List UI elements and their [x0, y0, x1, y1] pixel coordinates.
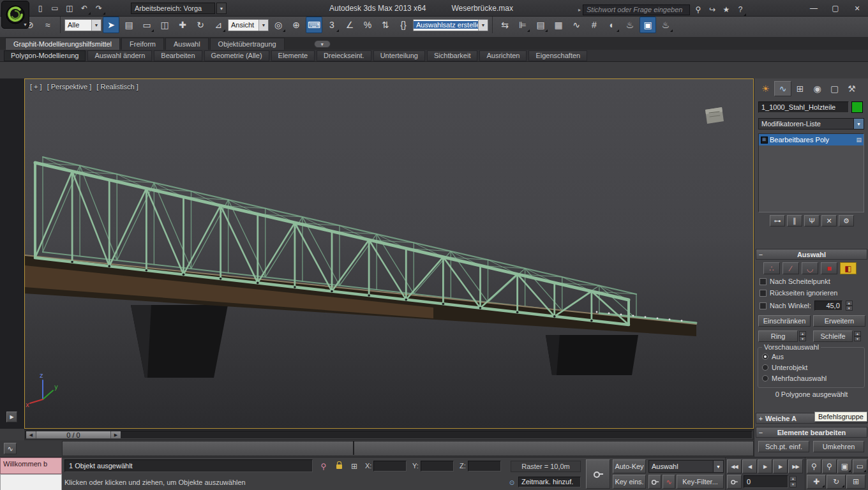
configure-modifier-sets-icon[interactable]: ⚙	[839, 215, 854, 226]
snap-toggle-icon[interactable]: 3	[324, 17, 340, 33]
tab-graphit-modellierung[interactable]: Graphit-Modellierungshilfsmittel	[5, 38, 120, 50]
rendered-frame-icon[interactable]: ▣	[640, 17, 656, 33]
dropdown-arrow-icon[interactable]: ▼	[258, 20, 268, 31]
maximize-button[interactable]: ▢	[825, 1, 846, 16]
undo-icon[interactable]: ↶	[77, 1, 91, 15]
tab-freiform[interactable]: Freiform	[121, 38, 164, 50]
shrink-button[interactable]: Einschränken	[758, 315, 811, 327]
curve-editor-icon[interactable]: ∿	[568, 17, 585, 33]
by-angle-spinner[interactable]: ▲▼	[846, 301, 853, 311]
help-icon[interactable]: ?	[734, 3, 747, 17]
loop-spinner[interactable]: ▲▼	[854, 331, 861, 341]
set-key-button[interactable]: Key eins.	[613, 475, 646, 489]
workspace-caret-icon[interactable]: ▼	[216, 3, 227, 14]
by-angle-checkbox[interactable]: Nach Winkel: 45,0 ▲▼	[760, 301, 853, 311]
new-scene-icon[interactable]: ▯	[33, 1, 47, 15]
zoom-extents-icon[interactable]: ▣	[837, 459, 852, 473]
spinner-snap-icon[interactable]: ⇅	[377, 17, 394, 33]
dropdown-arrow-icon[interactable]: ▼	[478, 20, 488, 31]
infocenter-arrow-icon[interactable]: ↪	[706, 3, 719, 17]
preview-selection-option[interactable]: Aus	[762, 352, 864, 361]
panel-eigenschaften[interactable]: Eigenschaften	[528, 50, 587, 61]
panel-bearbeiten[interactable]: Bearbeiten	[154, 50, 202, 61]
ring-spinner[interactable]: ▲▼	[799, 331, 806, 341]
panel-dreieckseint[interactable]: Dreieckseint.	[317, 50, 371, 61]
select-and-move-icon[interactable]: ✚	[174, 17, 191, 33]
ignore-backfacing-checkbox[interactable]: Rückseiten ignorieren	[760, 289, 837, 297]
key-filters-button[interactable]: Key-Filter...	[677, 475, 724, 489]
modifier-list-dropdown[interactable]: Modifikatoren-Liste▼	[758, 118, 864, 130]
show-end-result-icon[interactable]: ∥	[787, 215, 802, 226]
new-key-icon[interactable]	[648, 475, 661, 489]
panel-polygon-modellierung[interactable]: Polygon-Modellierung	[4, 50, 86, 61]
ring-button[interactable]: Ring	[758, 330, 798, 342]
selection-lock-icon[interactable]	[333, 460, 345, 473]
viewport-canvas[interactable]: [ + ][ Perspektive ][ Realistisch ] zyx	[25, 79, 753, 428]
select-object-icon[interactable]: ➤	[103, 17, 119, 33]
subobject-element-icon[interactable]: ◧	[840, 262, 857, 274]
tab-modify[interactable]: ∿	[774, 81, 791, 96]
time-slider[interactable]: ◀ 0 / 0 ▶	[24, 429, 754, 440]
schematic-view-icon[interactable]: #	[586, 17, 602, 33]
panel-elemente[interactable]: Elemente	[271, 50, 315, 61]
panel-geometrie-alle[interactable]: Geometrie (Alle)	[204, 50, 269, 61]
object-name-field[interactable]: 1_1000_Stahl_Holzteile	[758, 101, 849, 113]
previous-frame-arrow-icon[interactable]: ◀	[26, 431, 36, 438]
remove-modifier-icon[interactable]: ✕	[821, 215, 837, 226]
material-editor-icon[interactable]: ◐	[604, 17, 620, 33]
pan-icon[interactable]: ✚	[807, 475, 826, 489]
object-color-swatch[interactable]	[851, 101, 863, 113]
insert-vertex-button[interactable]: Sch.pt. einf.	[758, 441, 809, 452]
named-selection-dropdown[interactable]: Auswahlsatz erstelle▼	[413, 19, 488, 31]
tab-display[interactable]: ▢	[826, 81, 843, 96]
graphite-ribbon-toggle-icon[interactable]: ▦	[550, 17, 567, 33]
dropdown-arrow-icon[interactable]: ▼	[713, 461, 723, 472]
modifier-stack-item[interactable]: ⊞ Bearbeitbares Poly ▤	[759, 134, 864, 145]
previous-frame-icon[interactable]: ◀	[742, 459, 757, 473]
key-selection-dropdown[interactable]: Auswahl▼	[648, 460, 724, 473]
align-icon[interactable]: ⊫	[514, 17, 531, 33]
time-slider-track[interactable]: ◀ 0 / 0 ▶	[26, 431, 752, 439]
application-menu-button[interactable]: ▼	[1, 1, 29, 29]
mini-curve-editor-icon[interactable]: ∿	[4, 443, 17, 454]
subobject-vertex-icon[interactable]: ∴	[763, 262, 780, 274]
panel-unterteilung[interactable]: Unterteilung	[373, 50, 425, 61]
isolate-selection-icon[interactable]: ⚲	[317, 460, 330, 473]
key-mode-toggle-icon[interactable]	[727, 475, 742, 489]
make-unique-icon[interactable]: Ψ	[804, 215, 819, 226]
ribbon-minimize-pill[interactable]: ▼	[314, 40, 331, 48]
z-coordinate-field[interactable]	[468, 461, 501, 471]
communication-center-icon[interactable]: ⚲	[692, 3, 705, 17]
x-coordinate-field[interactable]	[373, 461, 407, 471]
layer-manager-icon[interactable]: ▤	[532, 17, 549, 33]
close-button[interactable]: ×	[846, 1, 868, 16]
select-and-manipulate-icon[interactable]: ⊕	[288, 17, 304, 33]
by-vertex-checkbox[interactable]: Nach Scheitelpunkt	[760, 278, 830, 285]
dropdown-arrow-icon[interactable]: ▼	[91, 20, 101, 31]
auto-key-button[interactable]: Auto-Key	[613, 459, 646, 473]
redo-icon[interactable]: ↷	[92, 1, 106, 15]
window-crossing-icon[interactable]: ◫	[156, 17, 173, 33]
zoom-region-icon[interactable]: ▭	[853, 459, 867, 473]
render-production-icon[interactable]: ♨	[657, 17, 674, 33]
tab-create[interactable]: ☀	[757, 81, 774, 96]
orbit-icon[interactable]: ↻	[827, 475, 846, 489]
play-icon[interactable]: ▶	[758, 459, 772, 473]
dropdown-arrow-icon[interactable]: ▼	[853, 119, 864, 129]
go-to-end-icon[interactable]: ▶▶	[788, 459, 803, 473]
set-key-mode-button[interactable]	[586, 459, 610, 489]
use-pivot-center-icon[interactable]: ◎	[270, 17, 287, 33]
workspace-dropdown[interactable]: Arbeitsbereich: Vorga	[131, 3, 215, 14]
select-by-name-icon[interactable]: ▤	[121, 17, 137, 33]
infocenter-collapse-icon[interactable]: ▸	[578, 7, 581, 13]
save-file-icon[interactable]: ◫	[63, 1, 77, 15]
named-selection-sets-icon[interactable]: {}	[395, 17, 412, 33]
angle-snap-icon[interactable]: ∠	[341, 17, 358, 33]
tab-objektuebertragung[interactable]: Objektübertragung	[210, 38, 285, 50]
tab-motion[interactable]: ◉	[809, 81, 826, 96]
percent-snap-icon[interactable]: %	[359, 17, 376, 33]
current-frame-field[interactable]: 0	[744, 475, 788, 488]
mirror-icon[interactable]: ⇆	[497, 17, 513, 33]
maximize-viewport-icon[interactable]: ⊞	[846, 475, 865, 489]
frame-spinner[interactable]: ▲▼	[789, 476, 797, 487]
